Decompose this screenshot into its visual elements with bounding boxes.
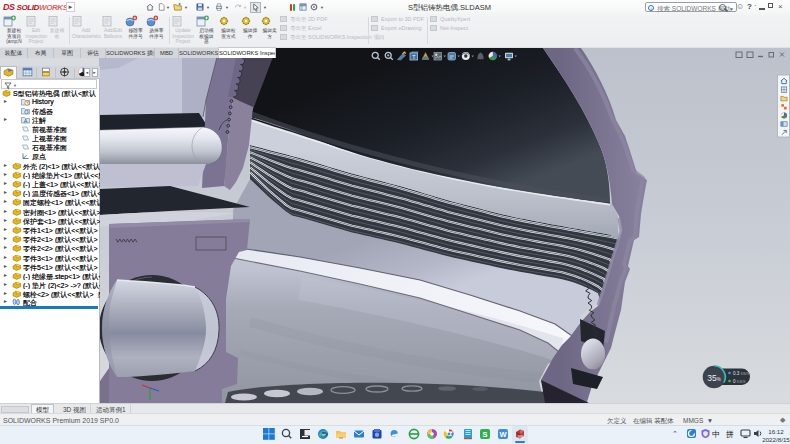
svg-text:SW: SW xyxy=(518,435,524,439)
svg-text:0 KB/S: 0 KB/S xyxy=(733,379,746,384)
svg-text:S: S xyxy=(482,430,487,439)
svg-text:T: T xyxy=(412,54,416,60)
svg-text:A: A xyxy=(24,118,28,124)
svg-text:0.3 KB/S: 0.3 KB/S xyxy=(733,371,750,376)
svg-text:W: W xyxy=(499,430,507,439)
